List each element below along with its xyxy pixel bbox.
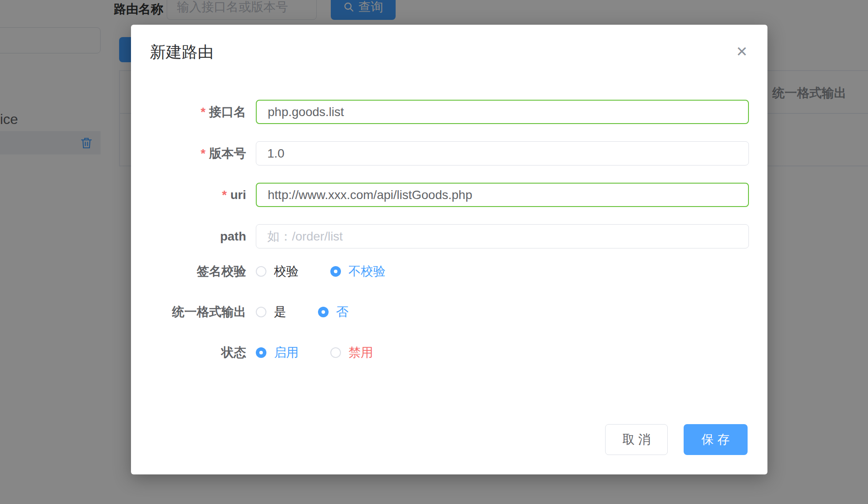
radio-enable[interactable]: 启用 [256, 347, 299, 358]
radio-disable[interactable]: 禁用 [330, 347, 373, 358]
version-label: 版本号 [209, 147, 246, 160]
new-route-dialog: 新建路由 ✕ *接口名 *版本号 *u [131, 25, 767, 474]
version-input[interactable] [256, 141, 749, 165]
unified-output-label: 统一格式输出 [131, 306, 246, 318]
uri-input[interactable] [256, 183, 749, 207]
sign-verify-label: 签名校验 [131, 266, 246, 277]
form-row-status: 状态 启用 禁用 [131, 347, 749, 358]
path-input[interactable] [256, 224, 749, 248]
form-row-version: *版本号 [131, 141, 749, 165]
required-asterisk: * [201, 105, 206, 119]
cancel-button[interactable]: 取 消 [605, 424, 668, 455]
path-label: path [220, 229, 246, 243]
save-button[interactable]: 保 存 [684, 424, 748, 455]
radio-checked-icon [318, 307, 329, 317]
radio-unchecked-icon [256, 307, 266, 317]
radio-no[interactable]: 否 [318, 306, 348, 318]
interface-name-label: 接口名 [209, 105, 246, 119]
interface-name-input[interactable] [256, 100, 749, 124]
required-asterisk: * [222, 188, 227, 202]
required-asterisk: * [201, 147, 206, 160]
page-background: 路由名称 查询 ice 统一格式输出 新建路由 ✕ [0, 0, 868, 504]
form-row-sign-verify: 签名校验 校验 不校验 [131, 266, 749, 277]
radio-verify[interactable]: 校验 [256, 266, 299, 277]
close-icon[interactable]: ✕ [731, 41, 753, 63]
status-label: 状态 [131, 347, 246, 358]
radio-unchecked-icon [256, 266, 266, 277]
dialog-footer: 取 消 保 存 [605, 424, 748, 455]
form-row-uri: *uri [131, 183, 749, 207]
radio-no-verify[interactable]: 不校验 [330, 266, 385, 277]
uri-label: uri [230, 188, 246, 202]
radio-unchecked-icon [330, 347, 341, 358]
form-row-path: path [131, 224, 749, 248]
radio-checked-icon [256, 347, 266, 358]
form-row-unified-output: 统一格式输出 是 否 [131, 306, 749, 318]
form-row-interface-name: *接口名 [131, 100, 749, 124]
radio-yes[interactable]: 是 [256, 306, 286, 318]
radio-checked-icon [330, 266, 341, 277]
dialog-title: 新建路由 [150, 41, 213, 63]
new-route-form: *接口名 *版本号 *uri [131, 100, 749, 387]
